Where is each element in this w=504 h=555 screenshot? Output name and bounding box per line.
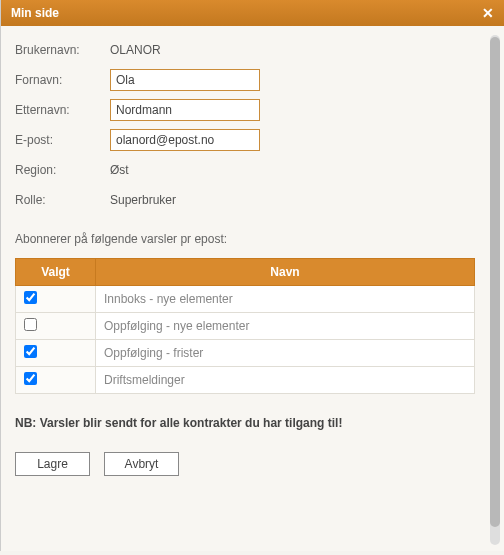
subscriptions-table: Valgt Navn Innboks - nye elementer Oppfø… xyxy=(15,258,475,394)
subscription-name: Oppfølging - nye elementer xyxy=(96,313,475,340)
email-field[interactable] xyxy=(110,129,260,151)
warning-text: NB: Varsler blir sendt for alle kontrakt… xyxy=(15,416,490,430)
row-region: Region: Øst xyxy=(15,158,490,182)
subscription-name: Innboks - nye elementer xyxy=(96,286,475,313)
subscription-name: Oppfølging - frister xyxy=(96,340,475,367)
row-firstname: Fornavn: xyxy=(15,68,490,92)
row-email: E-post: xyxy=(15,128,490,152)
subscriptions-heading: Abonnerer på følgende varsler pr epost: xyxy=(15,232,490,246)
subscription-checkbox[interactable] xyxy=(24,372,37,385)
window: Min side ✕ Brukernavn: OLANOR Fornavn: E… xyxy=(0,0,504,551)
label-lastname: Etternavn: xyxy=(15,103,110,117)
row-username: Brukernavn: OLANOR xyxy=(15,38,490,62)
col-header-name: Navn xyxy=(96,259,475,286)
subscription-checkbox[interactable] xyxy=(24,345,37,358)
row-lastname: Etternavn: xyxy=(15,98,490,122)
table-row: Oppfølging - nye elementer xyxy=(16,313,475,340)
window-title: Min side xyxy=(11,6,59,20)
value-role: Superbruker xyxy=(110,193,176,207)
subscription-checkbox[interactable] xyxy=(24,291,37,304)
value-username: OLANOR xyxy=(110,43,161,57)
value-region: Øst xyxy=(110,163,129,177)
col-header-selected: Valgt xyxy=(16,259,96,286)
table-row: Driftsmeldinger xyxy=(16,367,475,394)
label-role: Rolle: xyxy=(15,193,110,207)
lastname-field[interactable] xyxy=(110,99,260,121)
table-row: Innboks - nye elementer xyxy=(16,286,475,313)
row-role: Rolle: Superbruker xyxy=(15,188,490,212)
button-row: Lagre Avbryt xyxy=(15,452,490,476)
subscription-name: Driftsmeldinger xyxy=(96,367,475,394)
close-icon[interactable]: ✕ xyxy=(482,6,494,20)
label-username: Brukernavn: xyxy=(15,43,110,57)
label-firstname: Fornavn: xyxy=(15,73,110,87)
firstname-field[interactable] xyxy=(110,69,260,91)
label-email: E-post: xyxy=(15,133,110,147)
save-button[interactable]: Lagre xyxy=(15,452,90,476)
content-area: Brukernavn: OLANOR Fornavn: Etternavn: E… xyxy=(1,26,504,551)
label-region: Region: xyxy=(15,163,110,177)
titlebar: Min side ✕ xyxy=(1,0,504,26)
subscription-checkbox[interactable] xyxy=(24,318,37,331)
table-row: Oppfølging - frister xyxy=(16,340,475,367)
cancel-button[interactable]: Avbryt xyxy=(104,452,179,476)
